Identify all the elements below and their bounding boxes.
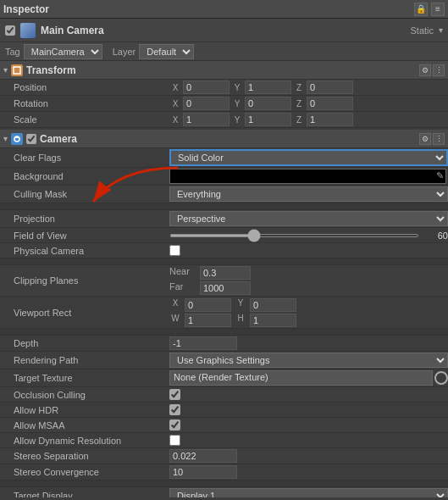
position-y-label: Y bbox=[231, 83, 243, 92]
transform-arrow-icon[interactable]: ▾ bbox=[3, 65, 8, 75]
target-display-dropdown[interactable]: Display 1 bbox=[169, 488, 448, 497]
depth-label: Depth bbox=[0, 338, 169, 348]
camera-checkbox[interactable] bbox=[26, 134, 36, 144]
position-x[interactable] bbox=[183, 81, 230, 94]
depth-value[interactable] bbox=[169, 336, 237, 350]
menu-icon[interactable]: ≡ bbox=[431, 3, 445, 16]
scale-z-label: Z bbox=[293, 115, 305, 125]
camera-title: Camera bbox=[40, 133, 416, 145]
scale-y-label: Y bbox=[231, 115, 243, 125]
rotation-y-label: Y bbox=[231, 99, 243, 108]
vp-x[interactable] bbox=[185, 298, 231, 312]
transform-title: Transform bbox=[26, 64, 416, 76]
rotation-z[interactable] bbox=[307, 97, 353, 110]
camera-settings-icon[interactable]: ⚙ bbox=[419, 133, 431, 145]
position-z[interactable] bbox=[307, 81, 353, 94]
scale-label: Scale bbox=[0, 114, 169, 125]
gameobject-name: Main Camera bbox=[41, 25, 405, 36]
target-texture-box: None (Render Texture) bbox=[169, 370, 433, 386]
vp-w-label: W bbox=[169, 314, 181, 327]
tag-label: Tag bbox=[5, 47, 20, 57]
scale-z[interactable] bbox=[307, 113, 353, 126]
target-display-label: Target Display bbox=[0, 491, 169, 497]
target-texture-select-icon[interactable] bbox=[434, 371, 448, 385]
allow-dynamic-checkbox[interactable] bbox=[169, 435, 180, 446]
occlusion-culling-checkbox[interactable] bbox=[169, 389, 180, 400]
far-label: Far bbox=[169, 281, 195, 295]
vp-h[interactable] bbox=[250, 314, 296, 327]
transform-icon bbox=[11, 64, 23, 76]
fov-slider[interactable] bbox=[169, 234, 419, 237]
physical-camera-label: Physical Camera bbox=[0, 246, 169, 256]
vp-y[interactable] bbox=[250, 298, 296, 312]
background-pencil-icon: ✎ bbox=[436, 170, 444, 181]
layer-label: Layer bbox=[113, 47, 136, 57]
allow-msaa-label: Allow MSAA bbox=[0, 420, 169, 431]
lock-icon[interactable]: 🔒 bbox=[414, 3, 428, 16]
vp-x-label: X bbox=[169, 298, 181, 312]
scale-y[interactable] bbox=[245, 113, 291, 126]
tag-dropdown[interactable]: MainCamera bbox=[24, 44, 102, 59]
physical-camera-checkbox[interactable] bbox=[169, 245, 180, 256]
layer-dropdown[interactable]: Default bbox=[139, 44, 194, 59]
allow-dynamic-label: Allow Dynamic Resolution bbox=[0, 436, 169, 446]
culling-mask-label: Culling Mask bbox=[0, 189, 169, 199]
position-x-label: X bbox=[169, 83, 181, 92]
fov-value: 60 bbox=[423, 231, 448, 241]
position-label: Position bbox=[0, 82, 169, 92]
stereo-conv-label: Stereo Convergence bbox=[0, 467, 169, 477]
viewport-label: Viewport Rect bbox=[0, 308, 169, 318]
occlusion-culling-label: Occlusion Culling bbox=[0, 390, 169, 400]
position-z-label: Z bbox=[293, 83, 305, 92]
rotation-z-label: Z bbox=[293, 99, 305, 108]
vp-h-label: H bbox=[235, 314, 246, 327]
rendering-path-dropdown[interactable]: Use Graphics Settings bbox=[169, 353, 448, 368]
static-arrow-icon[interactable]: ▾ bbox=[439, 25, 443, 35]
fov-label: Field of View bbox=[0, 231, 169, 241]
clear-flags-dropdown[interactable]: Solid Color Skybox Depth only Don't Clea… bbox=[169, 149, 448, 166]
clear-flags-label: Clear Flags bbox=[0, 153, 169, 163]
clipping-label: Clipping Planes bbox=[0, 275, 169, 286]
allow-msaa-checkbox[interactable] bbox=[169, 419, 180, 431]
gameobject-icon bbox=[20, 23, 36, 38]
svg-rect-0 bbox=[14, 67, 20, 74]
transform-settings-icon[interactable]: ⚙ bbox=[419, 64, 431, 76]
background-swatch[interactable]: ✎ bbox=[169, 169, 446, 184]
vp-y-label: Y bbox=[235, 298, 246, 312]
transform-context-icon[interactable]: ⋮ bbox=[433, 64, 445, 76]
background-label: Background bbox=[0, 171, 169, 181]
stereo-sep-label: Stereo Separation bbox=[0, 451, 169, 461]
camera-context-icon[interactable]: ⋮ bbox=[433, 133, 445, 145]
static-label: Static bbox=[410, 25, 434, 36]
far-value[interactable] bbox=[200, 281, 251, 295]
near-label: Near bbox=[169, 266, 195, 280]
camera-icon bbox=[11, 133, 23, 145]
near-value[interactable] bbox=[200, 266, 251, 280]
scale-x[interactable] bbox=[183, 113, 230, 126]
allow-hdr-label: Allow HDR bbox=[0, 405, 169, 415]
rendering-path-label: Rendering Path bbox=[0, 355, 169, 365]
projection-dropdown[interactable]: Perspective Orthographic bbox=[169, 211, 448, 226]
vp-w[interactable] bbox=[185, 314, 231, 327]
projection-label: Projection bbox=[0, 214, 169, 224]
inspector-title: Inspector bbox=[3, 3, 49, 15]
rotation-x[interactable] bbox=[183, 97, 230, 110]
position-y[interactable] bbox=[245, 81, 291, 94]
camera-arrow-icon[interactable]: ▾ bbox=[3, 134, 8, 143]
stereo-conv-value[interactable] bbox=[169, 465, 237, 479]
allow-hdr-checkbox[interactable] bbox=[169, 404, 180, 415]
stereo-sep-value[interactable] bbox=[169, 449, 237, 463]
svg-rect-2 bbox=[15, 136, 19, 138]
culling-mask-dropdown[interactable]: Everything bbox=[169, 186, 448, 202]
gameobject-checkbox[interactable] bbox=[5, 25, 15, 36]
scale-x-label: X bbox=[169, 115, 181, 125]
rotation-x-label: X bbox=[169, 99, 181, 108]
rotation-label: Rotation bbox=[0, 98, 169, 108]
rotation-y[interactable] bbox=[245, 97, 291, 110]
target-texture-label: Target Texture bbox=[0, 373, 169, 383]
